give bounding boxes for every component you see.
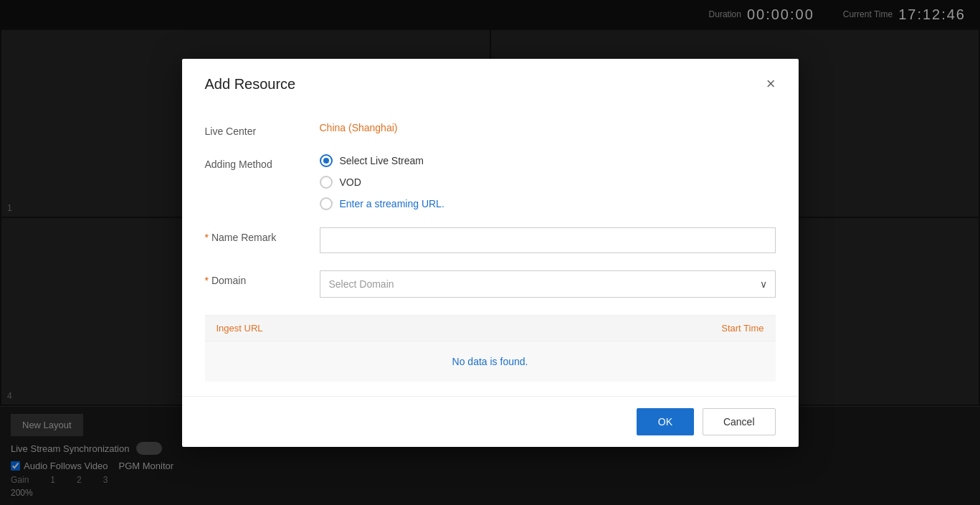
modal-title: Add Resource: [205, 76, 296, 93]
radio-label-live-stream: Select Live Stream: [340, 155, 424, 166]
data-table-section: Ingest URL Start Time No data is found.: [205, 315, 776, 382]
live-center-value: China (Shanghai): [320, 118, 398, 133]
add-resource-modal: Add Resource × Live Center China (Shangh…: [182, 59, 799, 447]
live-center-row: Live Center China (Shanghai): [205, 121, 776, 137]
radio-vod[interactable]: VOD: [320, 176, 776, 189]
table-header: Ingest URL Start Time: [205, 316, 776, 341]
radio-circle-live-stream: [320, 154, 333, 167]
chevron-down-icon: ∨: [760, 278, 767, 290]
name-remark-input[interactable]: [320, 227, 776, 253]
domain-select-wrapper: Select Domain ∨: [320, 270, 776, 298]
column-ingest-url: Ingest URL: [217, 323, 263, 334]
domain-required-star: *: [205, 275, 209, 286]
modal-footer: OK Cancel: [182, 396, 799, 447]
modal-overlay: Add Resource × Live Center China (Shangh…: [0, 0, 980, 505]
modal-close-button[interactable]: ×: [766, 76, 776, 92]
domain-select[interactable]: Select Domain: [320, 270, 776, 298]
radio-circle-streaming-url: [320, 197, 333, 210]
radio-label-vod: VOD: [340, 176, 361, 188]
live-center-label: Live Center: [205, 121, 320, 137]
adding-method-row: Adding Method Select Live Stream VOD: [205, 154, 776, 210]
radio-circle-vod: [320, 176, 333, 189]
domain-label: *Domain: [205, 270, 320, 286]
adding-method-label: Adding Method: [205, 154, 320, 170]
cancel-button[interactable]: Cancel: [703, 408, 776, 435]
name-remark-label: *Name Remark: [205, 227, 320, 243]
modal-header: Add Resource ×: [182, 59, 799, 107]
radio-group: Select Live Stream VOD Enter a streaming…: [320, 154, 776, 210]
column-start-time: Start Time: [721, 323, 763, 334]
radio-select-live-stream[interactable]: Select Live Stream: [320, 154, 776, 167]
radio-streaming-url[interactable]: Enter a streaming URL.: [320, 197, 776, 210]
name-remark-required-star: *: [205, 232, 209, 243]
domain-placeholder: Select Domain: [329, 278, 394, 290]
name-remark-row: *Name Remark: [205, 227, 776, 253]
ok-button[interactable]: OK: [637, 408, 694, 435]
modal-body: Live Center China (Shanghai) Adding Meth…: [182, 107, 799, 396]
radio-label-streaming-url: Enter a streaming URL.: [340, 198, 444, 209]
table-empty-message: No data is found.: [205, 341, 776, 382]
domain-row: *Domain Select Domain ∨: [205, 270, 776, 298]
